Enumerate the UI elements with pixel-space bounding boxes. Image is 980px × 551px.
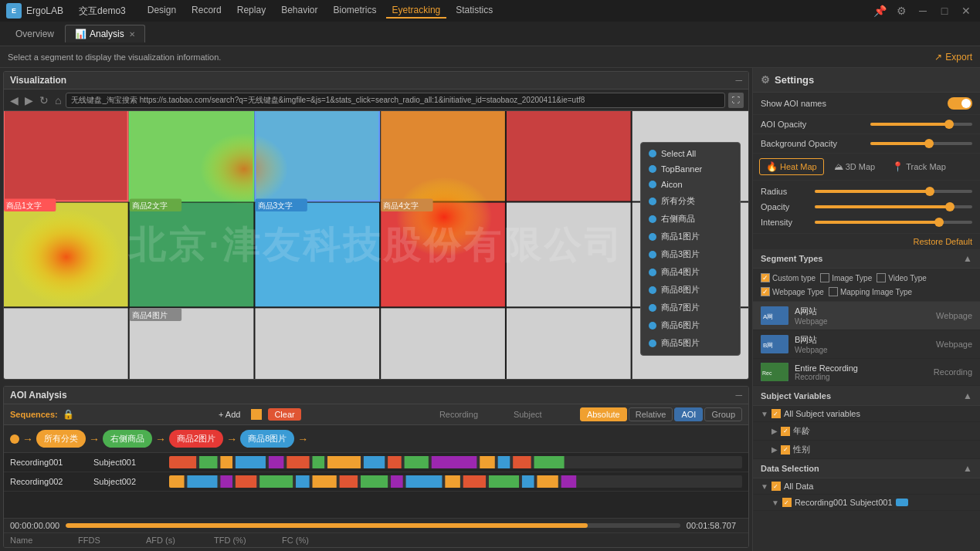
checkbox-age[interactable]: ✓ bbox=[781, 427, 790, 436]
dropdown-item-label: 商品7图片 bbox=[661, 302, 700, 313]
segment-item-a[interactable]: A网 A网站 Webpage Webpage bbox=[753, 302, 980, 330]
dropdown-product8[interactable]: 商品8图片 bbox=[641, 281, 740, 299]
close-icon[interactable]: ✕ bbox=[958, 3, 974, 19]
intensity-slider[interactable] bbox=[815, 221, 972, 224]
checkbox-all-data[interactable]: ✓ bbox=[771, 482, 781, 491]
browser-home-icon[interactable]: ⌂ bbox=[53, 94, 63, 106]
tab-analysis[interactable]: 📊 Analysis ✕ bbox=[65, 25, 145, 42]
seg-checkbox-video[interactable] bbox=[877, 273, 886, 282]
progress-bar[interactable] bbox=[66, 523, 680, 528]
expand-icon-rec001[interactable]: ▼ bbox=[771, 499, 779, 507]
svg-rect-48 bbox=[313, 456, 325, 468]
aoi-minimize-icon[interactable]: ─ bbox=[735, 390, 742, 401]
data-rec001[interactable]: ▼ ✓ Recording001 Subject001 bbox=[753, 495, 980, 511]
dropdown-product1[interactable]: 商品1图片 bbox=[641, 228, 740, 245]
lock-icon[interactable]: 🔒 bbox=[63, 409, 74, 420]
tab-close-icon[interactable]: ✕ bbox=[129, 30, 135, 39]
seg-checkbox-custom[interactable]: ✓ bbox=[761, 273, 770, 282]
nav-behavior[interactable]: Behavior bbox=[275, 3, 324, 19]
seg-type-webpage[interactable]: ✓ Webpage Type bbox=[761, 287, 824, 296]
screenshot-button[interactable]: ⛶ bbox=[728, 93, 744, 108]
dropdown-product3[interactable]: 商品3图片 bbox=[641, 245, 740, 263]
recording-row-1[interactable]: Recording002 Subject002 bbox=[4, 472, 748, 492]
dropdown-product5[interactable]: 商品5图片 bbox=[641, 334, 740, 352]
nav-biometrics[interactable]: Biometrics bbox=[327, 3, 383, 19]
segment-item-b[interactable]: B网 B网站 Webpage Webpage bbox=[753, 330, 980, 359]
map-tab-heat[interactable]: 🔥 Heat Map bbox=[759, 158, 824, 175]
seq-node-2[interactable]: 商品2图片 bbox=[169, 430, 223, 448]
restore-default-button[interactable]: Restore Default bbox=[753, 234, 980, 249]
dropdown-right-products[interactable]: 右侧商品 bbox=[641, 210, 740, 228]
expand-icon-age[interactable]: ▶ bbox=[771, 427, 778, 435]
nav-record[interactable]: Record bbox=[185, 3, 228, 19]
data-all[interactable]: ▼ ✓ All Data bbox=[753, 478, 980, 495]
svg-rect-74 bbox=[561, 475, 577, 488]
dropdown-topbanner[interactable]: TopBanner bbox=[641, 161, 740, 177]
viz-minimize-icon[interactable]: ─ bbox=[735, 75, 742, 86]
seg-type-mapping[interactable]: Mapping Image Type bbox=[829, 287, 912, 296]
aoi-opacity-slider[interactable] bbox=[870, 123, 972, 126]
settings-icon[interactable]: ⚙ bbox=[894, 3, 909, 19]
seg-checkbox-image[interactable] bbox=[820, 273, 829, 282]
dropdown-product7[interactable]: 商品7图片 bbox=[641, 299, 740, 316]
export-button[interactable]: ↗ Export bbox=[934, 52, 972, 63]
filter-absolute[interactable]: Absolute bbox=[580, 407, 627, 421]
recording-row-0[interactable]: Recording001 Subject001 bbox=[4, 453, 748, 472]
filter-aoi[interactable]: AOI bbox=[674, 407, 703, 421]
tab-overview[interactable]: Overview bbox=[6, 25, 63, 42]
expand-icon-gender[interactable]: ▶ bbox=[771, 445, 778, 454]
browser-url-bar[interactable]: 无线键盘_淘宝搜索 https://s.taobao.com/search?q=… bbox=[66, 93, 725, 108]
radius-slider[interactable] bbox=[815, 190, 972, 193]
browser-back-icon[interactable]: ◀ bbox=[8, 94, 20, 106]
segment-types-header[interactable]: Segment Types ▲ bbox=[753, 249, 980, 269]
intensity-label: Intensity bbox=[761, 218, 815, 227]
svg-rect-53 bbox=[432, 456, 477, 468]
nav-design[interactable]: Design bbox=[141, 3, 182, 19]
maximize-icon[interactable]: □ bbox=[937, 3, 952, 19]
dropdown-aicon[interactable]: Aicon bbox=[641, 177, 740, 192]
filter-relative[interactable]: Relative bbox=[629, 407, 673, 421]
dropdown-product4[interactable]: 商品4图片 bbox=[641, 263, 740, 281]
aoi-dropdown-menu[interactable]: Select All TopBanner Aicon 所有分类 bbox=[640, 142, 741, 356]
show-aoi-toggle[interactable] bbox=[948, 97, 972, 110]
dropdown-select-all[interactable]: Select All bbox=[641, 146, 740, 161]
image-grid: 商品1图片 商品1文字 商品2图片 商品2文字 商品3图片 商品3文字 商品4图… bbox=[4, 111, 748, 379]
seg-type-custom[interactable]: ✓ Custom type bbox=[761, 273, 816, 282]
nav-statistics[interactable]: Statistics bbox=[449, 3, 499, 19]
nav-replay[interactable]: Replay bbox=[231, 3, 272, 19]
browser-forward-icon[interactable]: ▶ bbox=[23, 94, 35, 106]
nav-eyetracking[interactable]: Eyetracking bbox=[386, 3, 447, 19]
dropdown-product6[interactable]: 商品6图片 bbox=[641, 316, 740, 334]
seg-type-image[interactable]: Image Type bbox=[820, 273, 872, 282]
rec-subject-0: Subject001 bbox=[93, 458, 163, 467]
viz-title: Visualization bbox=[10, 75, 66, 86]
subject-var-gender[interactable]: ▶ ✓ 性别 bbox=[753, 441, 980, 459]
add-button[interactable]: + Add bbox=[212, 408, 246, 421]
checkbox-all-vars[interactable]: ✓ bbox=[771, 409, 781, 418]
seg-checkbox-mapping[interactable] bbox=[829, 287, 838, 296]
filter-group[interactable]: Group bbox=[704, 407, 742, 421]
seq-node-3[interactable]: 商品8图片 bbox=[240, 430, 294, 448]
subject-var-all[interactable]: ▼ ✓ All Subject variables bbox=[753, 406, 980, 422]
browser-refresh-icon[interactable]: ↻ bbox=[38, 94, 50, 106]
dropdown-all-categories[interactable]: 所有分类 bbox=[641, 192, 740, 210]
seq-node-0[interactable]: 所有分类 bbox=[36, 430, 86, 448]
subject-vars-header[interactable]: Subject Variables ▲ bbox=[753, 387, 980, 406]
map-tab-track[interactable]: 📍 Track Map bbox=[885, 158, 953, 175]
bg-opacity-slider[interactable] bbox=[870, 142, 972, 145]
pin-icon[interactable]: 📌 bbox=[872, 3, 887, 19]
minimize-icon[interactable]: ─ bbox=[915, 3, 931, 19]
seq-node-1[interactable]: 右侧商品 bbox=[103, 430, 152, 448]
opacity-slider[interactable] bbox=[815, 205, 972, 208]
clear-button[interactable]: Clear bbox=[268, 408, 300, 421]
segment-item-entire[interactable]: Rec Entire Recording Recording Recording bbox=[753, 359, 980, 386]
seg-checkbox-webpage[interactable]: ✓ bbox=[761, 287, 770, 296]
expand-icon[interactable]: ▼ bbox=[761, 410, 768, 418]
seg-type-video[interactable]: Video Type bbox=[877, 273, 927, 282]
map-tab-3d[interactable]: ⛰ 3D Map bbox=[827, 158, 883, 175]
expand-icon-data[interactable]: ▼ bbox=[761, 482, 768, 491]
subject-var-age[interactable]: ▶ ✓ 年龄 bbox=[753, 422, 980, 441]
data-selection-header[interactable]: Data Selection ▲ bbox=[753, 459, 980, 478]
checkbox-rec001[interactable]: ✓ bbox=[782, 498, 792, 507]
checkbox-gender[interactable]: ✓ bbox=[781, 445, 790, 455]
